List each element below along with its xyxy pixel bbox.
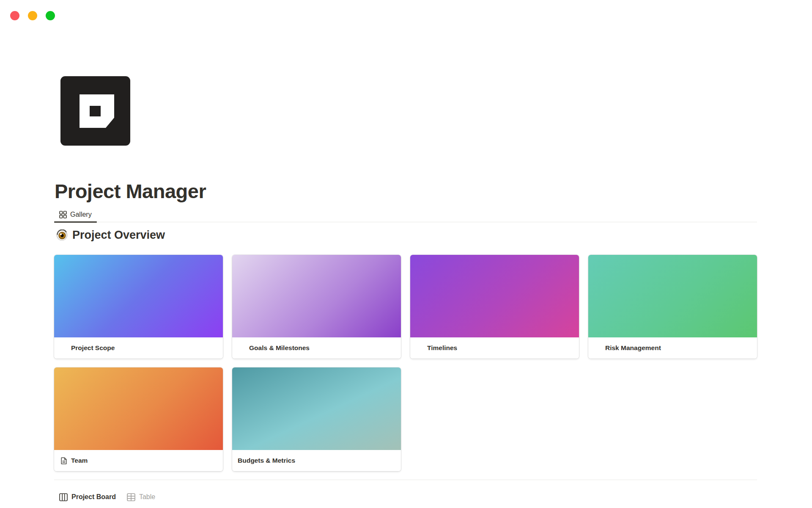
section-divider [54, 480, 757, 480]
card-timelines[interactable]: Timelines [410, 255, 579, 359]
view-tabbar: Gallery [54, 207, 757, 222]
card-title: Project Scope [71, 344, 115, 352]
tab-gallery[interactable]: Gallery [54, 207, 97, 222]
zoom-button[interactable] [46, 11, 55, 20]
gallery-grid: Project Scope Goals & Milestones Timelin… [54, 255, 757, 471]
card-cover [232, 367, 401, 450]
card-title: Budgets & Metrics [238, 457, 295, 464]
card-cover [232, 255, 401, 337]
card-title: Risk Management [605, 344, 661, 352]
card-title: Team [71, 457, 88, 464]
section-heading-text: Project Overview [72, 229, 165, 242]
card-risk-management[interactable]: Risk Management [588, 255, 757, 359]
project-logo-icon [60, 76, 130, 146]
card-cover [588, 255, 757, 337]
page-document-icon [60, 457, 67, 464]
card-goals-milestones[interactable]: Goals & Milestones [232, 255, 401, 359]
card-title: Timelines [427, 344, 457, 352]
tab-project-board[interactable]: Project Board [59, 493, 116, 501]
tab-gallery-label: Gallery [70, 211, 92, 218]
card-team[interactable]: Team [54, 367, 223, 471]
card-title: Goals & Milestones [249, 344, 310, 352]
tab-table[interactable]: Table [127, 493, 155, 501]
tab-project-board-label: Project Board [71, 493, 116, 501]
card-project-scope[interactable]: Project Scope [54, 255, 223, 359]
board-icon [59, 493, 68, 501]
table-icon [127, 493, 135, 501]
window-controls [10, 11, 55, 20]
minimize-button[interactable] [28, 11, 37, 20]
linked-view-tabbar: Project Board Table [59, 489, 155, 505]
close-button[interactable] [10, 11, 19, 20]
card-cover [54, 255, 223, 337]
section-heading: Project Overview [56, 229, 165, 242]
card-cover [54, 367, 223, 450]
gallery-grid-icon [59, 211, 67, 218]
page-icon[interactable] [60, 76, 130, 146]
tab-table-label: Table [139, 493, 155, 501]
page-title: Project Manager [55, 179, 206, 203]
card-budgets-metrics[interactable]: Budgets & Metrics [232, 367, 401, 471]
eye-emoji-icon [56, 229, 68, 241]
card-cover [410, 255, 579, 337]
